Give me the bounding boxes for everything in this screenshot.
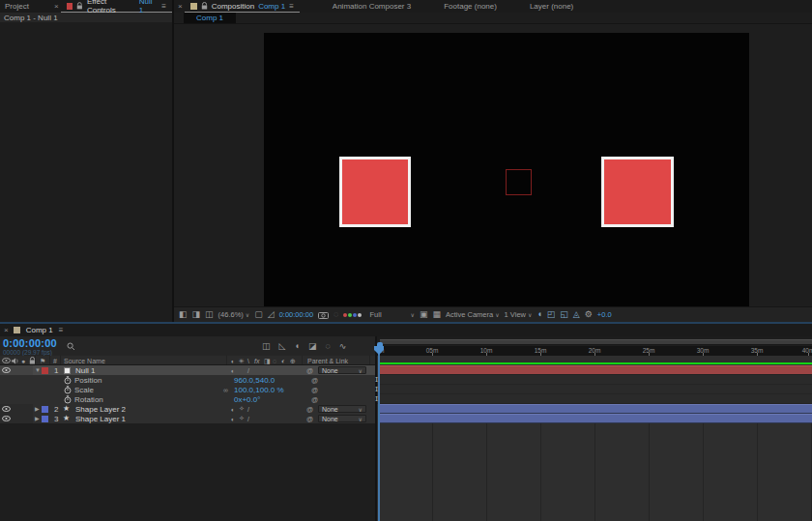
shy-toggle-icon[interactable]: ◖ xyxy=(230,404,234,414)
scale-track[interactable]: I xyxy=(377,385,812,394)
keyframe-icon[interactable]: I xyxy=(375,394,378,404)
graph-editor-icon[interactable]: ∿ xyxy=(339,342,347,351)
mini-flowchart-icon[interactable]: ◫ xyxy=(262,342,271,351)
view-layout-select[interactable]: 1 View ∨ xyxy=(505,310,533,319)
parent-pickwhip-icon[interactable]: @ xyxy=(306,414,313,423)
show-snapshot-icon[interactable]: ◌ xyxy=(334,310,338,319)
property-pickwhip-icon[interactable]: @ xyxy=(311,394,318,404)
frame-blending-icon[interactable]: ◪ xyxy=(308,342,317,351)
always-preview-icon[interactable]: ◧ xyxy=(179,310,188,319)
work-area-bar[interactable] xyxy=(380,339,812,345)
camera-select[interactable]: Active Camera ∨ xyxy=(446,310,500,319)
layer-row-null1[interactable]: ▼ 1 Null 1 ◖ / @ None ∨ xyxy=(0,365,377,375)
tab-composition[interactable]: Composition Comp 1 ≡ xyxy=(185,0,300,13)
adjustment-layer-switch-icon[interactable]: ◐ xyxy=(281,356,285,365)
timeline-tab-label[interactable]: Comp 1 xyxy=(26,326,53,334)
label-color-swatch[interactable] xyxy=(42,365,48,375)
parent-pickwhip-icon[interactable]: @ xyxy=(306,365,313,375)
magnification-select[interactable]: (46.6%) ∨ xyxy=(218,310,250,319)
layer-bar-shape2[interactable] xyxy=(379,404,812,414)
draft-3d-icon[interactable]: ◺ xyxy=(279,342,286,351)
composition-canvas[interactable] xyxy=(264,33,749,306)
comp-viewer-tab[interactable]: Comp 1 xyxy=(184,13,236,23)
primary-viewer-icon[interactable]: ◨ xyxy=(192,310,201,319)
panel-menu-icon[interactable]: ≡ xyxy=(59,326,64,334)
collapse-toggle-icon[interactable]: ✧ xyxy=(239,404,245,414)
property-row-rotation[interactable]: Rotation 0x+0.0° @ xyxy=(0,394,377,404)
motion-blur-icon[interactable]: ◌ xyxy=(325,342,330,351)
video-eye-icon[interactable] xyxy=(2,404,11,414)
time-ruler[interactable]: 0m 05m 10m 15m 20m 25m 30m 35m 40m xyxy=(377,346,812,356)
source-name-column-header[interactable]: Source Name xyxy=(64,356,105,365)
collapse-arrow-icon[interactable]: ▶ xyxy=(35,404,40,414)
collapse-arrow-icon[interactable]: ▶ xyxy=(35,414,40,423)
frame-blend-switch-icon[interactable]: ◨ xyxy=(264,356,271,365)
tab-layer[interactable]: Layer (none) xyxy=(530,2,573,11)
layer-bar-null1[interactable] xyxy=(379,365,812,375)
snapshot-camera-icon[interactable] xyxy=(318,311,329,319)
fx-switch-icon[interactable]: fx xyxy=(254,356,259,365)
parent-dropdown[interactable]: None ∨ xyxy=(318,366,366,374)
layer-bar-shape1[interactable] xyxy=(379,414,812,423)
show-channels-icon[interactable] xyxy=(343,313,362,317)
roi-icon[interactable]: ▢ xyxy=(254,310,263,319)
layer-name[interactable]: Shape Layer 1 xyxy=(75,414,126,423)
position-track[interactable]: I xyxy=(377,375,812,385)
resolution-select[interactable]: Full ∨ xyxy=(369,310,415,319)
position-value[interactable]: 960.0,540.0 xyxy=(234,375,275,385)
layer-row-shape2[interactable]: ▶ 2 ★ Shape Layer 2 ◖ ✧ / @ None ∨ xyxy=(0,404,377,414)
parent-link-column-header[interactable]: Parent & Link xyxy=(307,356,348,365)
timeline-search[interactable] xyxy=(67,342,250,351)
video-eye-icon[interactable] xyxy=(2,414,11,423)
grid-guides-icon[interactable]: ◿ xyxy=(268,310,275,319)
video-column-icon[interactable] xyxy=(2,356,11,365)
current-time-display[interactable]: 0:00:00:00 00000 (29.97 fps) xyxy=(3,337,59,356)
stopwatch-icon[interactable] xyxy=(64,375,72,385)
shy-toggle-icon[interactable]: ◖ xyxy=(230,414,234,423)
flowchart-icon[interactable]: ◬ xyxy=(573,310,580,319)
layer-row-shape1[interactable]: ▶ 3 ★ Shape Layer 1 ◖ ✧ / @ None ∨ xyxy=(0,414,377,423)
keyframe-icon[interactable]: I xyxy=(375,375,378,385)
tab-animation-composer[interactable]: Animation Composer 3 xyxy=(333,2,411,11)
stopwatch-icon[interactable] xyxy=(64,385,72,394)
collapse-toggle-icon[interactable]: ✧ xyxy=(239,414,245,423)
parent-pickwhip-icon[interactable]: @ xyxy=(306,404,313,414)
property-name[interactable]: Scale xyxy=(74,385,94,394)
label-column-icon[interactable]: ⚑ xyxy=(40,356,45,365)
current-time-indicator-line[interactable] xyxy=(378,346,380,521)
quality-toggle-icon[interactable]: / xyxy=(247,414,249,423)
label-color-swatch[interactable] xyxy=(42,404,48,414)
audio-column-icon[interactable] xyxy=(12,356,18,365)
default-camera-icon[interactable]: ◱ xyxy=(560,310,568,319)
tab-footage[interactable]: Footage (none) xyxy=(444,2,497,11)
close-icon[interactable]: × xyxy=(178,2,183,11)
null-outline-box[interactable] xyxy=(506,169,532,195)
scale-value[interactable]: 100.0,100.0 % xyxy=(234,385,284,394)
layer-name[interactable]: Shape Layer 2 xyxy=(75,404,126,414)
shy-layers-icon[interactable]: ◖ xyxy=(294,342,299,351)
quality-toggle-icon[interactable]: / xyxy=(247,365,249,375)
index-column-header[interactable]: # xyxy=(53,356,57,365)
3d-layer-switch-icon[interactable]: ⊕ xyxy=(290,356,296,365)
close-icon[interactable]: × xyxy=(54,2,59,11)
property-name[interactable]: Position xyxy=(74,375,102,385)
stopwatch-icon[interactable] xyxy=(64,394,72,404)
timeline-track-area[interactable]: I I I xyxy=(377,356,812,521)
rotation-value[interactable]: 0x+0.0° xyxy=(234,394,260,404)
constrain-proportions-icon[interactable]: ∞ xyxy=(223,385,228,394)
shape-square-left[interactable] xyxy=(339,157,411,227)
keyframe-icon[interactable]: I xyxy=(375,385,378,394)
close-icon[interactable]: × xyxy=(4,326,9,334)
viewer-timecode[interactable]: 0:00:00:00 xyxy=(279,310,313,319)
quality-toggle-icon[interactable]: / xyxy=(247,404,249,414)
shy-switch-icon[interactable]: ◖ xyxy=(230,356,234,365)
expand-arrow-icon[interactable]: ▼ xyxy=(35,365,41,375)
region-of-interest-icon[interactable]: ▣ xyxy=(420,310,428,319)
fast-previews-gear-icon[interactable]: ⚙ xyxy=(585,310,593,319)
shape-square-right[interactable] xyxy=(601,157,674,227)
panel-menu-icon[interactable]: ≡ xyxy=(161,2,166,11)
label-color-swatch[interactable] xyxy=(42,414,48,423)
timeline-timecode[interactable]: 0:00:00:00 xyxy=(3,337,59,349)
panel-menu-icon[interactable]: ≡ xyxy=(289,2,294,11)
viewer-lock-icon[interactable]: ◫ xyxy=(205,310,214,319)
